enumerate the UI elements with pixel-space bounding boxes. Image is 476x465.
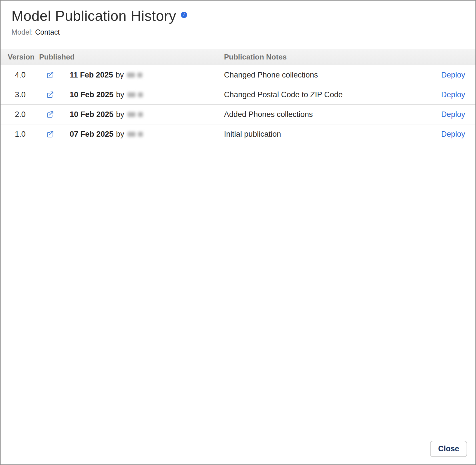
- publication-notes-cell: Changed Postal Code to ZIP Code: [224, 90, 430, 99]
- external-link-icon: [46, 91, 54, 99]
- version-cell: 3.0: [1, 90, 39, 99]
- by-label: by: [116, 71, 124, 80]
- open-version-button[interactable]: [46, 91, 54, 99]
- empty-table-area: [1, 144, 475, 433]
- published-cell: 11 Feb 2025 by: [70, 71, 224, 80]
- table-header: Version Published Publication Notes: [1, 49, 475, 65]
- by-label: by: [116, 90, 124, 99]
- column-header-publication-notes: Publication Notes: [224, 53, 430, 61]
- by-label: by: [116, 110, 124, 119]
- published-date: 10 Feb 2025: [70, 90, 113, 99]
- published-date: 10 Feb 2025: [70, 110, 113, 119]
- publication-notes-cell: Changed Phone collections: [224, 71, 430, 80]
- dialog-footer: Close: [1, 433, 475, 464]
- author-redacted: [128, 132, 143, 137]
- column-header-published: Published: [39, 53, 224, 61]
- open-version-button[interactable]: [46, 71, 54, 79]
- publication-notes-cell: Added Phones collections: [224, 110, 430, 119]
- page-title: Model Publication History: [11, 8, 176, 25]
- open-version-button[interactable]: [46, 130, 54, 138]
- published-date: 11 Feb 2025: [70, 71, 113, 80]
- version-cell: 2.0: [1, 110, 39, 119]
- model-name: Contact: [35, 28, 60, 36]
- close-button[interactable]: Close: [430, 441, 467, 457]
- column-header-version: Version: [1, 53, 39, 61]
- table-row: 1.0 07 Feb 2025 by Initial publication D…: [1, 124, 475, 144]
- by-label: by: [116, 130, 124, 139]
- table-row: 2.0 10 Feb 2025 by Added Phones collecti…: [1, 105, 475, 124]
- deploy-link[interactable]: Deploy: [441, 71, 465, 79]
- model-label: Model:: [11, 28, 33, 36]
- version-cell: 4.0: [1, 71, 39, 80]
- external-link-icon: [46, 130, 54, 138]
- version-cell: 1.0: [1, 130, 39, 139]
- deploy-link[interactable]: Deploy: [441, 110, 465, 119]
- publication-notes-cell: Initial publication: [224, 130, 430, 139]
- info-icon[interactable]: i: [181, 12, 187, 18]
- published-cell: 07 Feb 2025 by: [70, 130, 224, 139]
- author-redacted: [127, 73, 142, 78]
- deploy-link[interactable]: Deploy: [441, 130, 465, 138]
- table-row: 3.0 10 Feb 2025 by Changed Postal Code t…: [1, 85, 475, 105]
- published-cell: 10 Feb 2025 by: [70, 110, 224, 119]
- published-date: 07 Feb 2025: [70, 130, 113, 139]
- model-subtitle: Model:Contact: [11, 28, 465, 36]
- table-row: 4.0 11 Feb 2025 by Changed Phone collect…: [1, 65, 475, 85]
- dialog-header: Model Publication History i Model:Contac…: [1, 1, 475, 49]
- external-link-icon: [46, 71, 54, 79]
- model-publication-history-dialog: Model Publication History i Model:Contac…: [0, 0, 476, 465]
- author-redacted: [128, 112, 143, 117]
- published-cell: 10 Feb 2025 by: [70, 90, 224, 99]
- external-link-icon: [46, 111, 54, 118]
- deploy-link[interactable]: Deploy: [441, 90, 465, 99]
- open-version-button[interactable]: [46, 111, 54, 118]
- author-redacted: [128, 92, 143, 97]
